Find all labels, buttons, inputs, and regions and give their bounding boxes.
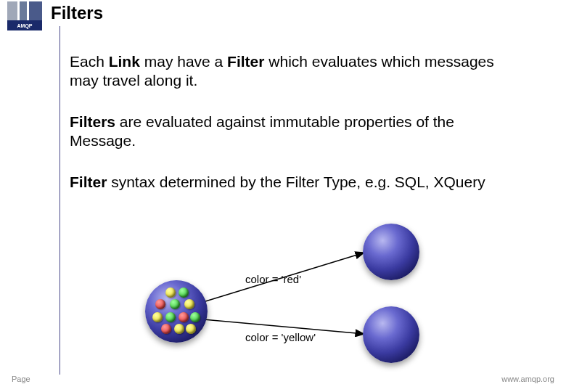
message-dot-green [190, 312, 200, 322]
message-dot-yellow [165, 287, 176, 298]
text-fragment: syntax determined by the Filter Type, e.… [107, 173, 485, 190]
filter-label-1: color = 'red' [245, 273, 301, 285]
vertical-divider [60, 26, 60, 375]
logo-text-svg: AMQP [17, 23, 33, 29]
svg-rect-2 [20, 1, 27, 20]
message-dot-green [170, 299, 180, 309]
text-fragment: may have a [140, 53, 227, 70]
svg-rect-1 [7, 1, 17, 20]
message-dot-red [161, 324, 171, 334]
text-bold-filters: Filters [70, 113, 115, 130]
slide-title: Filters [51, 3, 103, 23]
text-bold-link: Link [109, 53, 140, 70]
amqp-logo: AMQP [7, 1, 42, 30]
text-fragment: Each [70, 53, 109, 70]
text-fragment: are evaluated against immutable properti… [70, 113, 454, 149]
paragraph-3: Filter syntax determined by the Filter T… [70, 173, 520, 192]
message-dot-red [179, 312, 189, 322]
destination-node-2 [363, 306, 419, 363]
message-dot-yellow [184, 299, 194, 309]
source-node-sphere [145, 280, 208, 343]
filter-diagram: color = 'red' color = 'yellow' [116, 215, 522, 367]
message-dot-green [179, 287, 189, 298]
message-dot-yellow [174, 324, 184, 334]
filter-label-2: color = 'yellow' [245, 331, 316, 343]
text-bold-filter: Filter [70, 173, 107, 190]
footer-url: www.amqp.org [501, 375, 554, 383]
paragraph-2: Filters are evaluated against immutable … [70, 113, 520, 151]
message-dot-yellow [152, 312, 163, 322]
message-dot-yellow [186, 324, 196, 334]
text-bold-filter: Filter [227, 53, 264, 70]
message-dot-green [165, 312, 176, 322]
svg-rect-3 [29, 1, 42, 20]
destination-node-1 [363, 224, 419, 280]
paragraph-1: Each Link may have a Filter which evalua… [70, 52, 520, 91]
message-dot-red [155, 299, 165, 309]
footer-page-label: Page [12, 375, 30, 383]
